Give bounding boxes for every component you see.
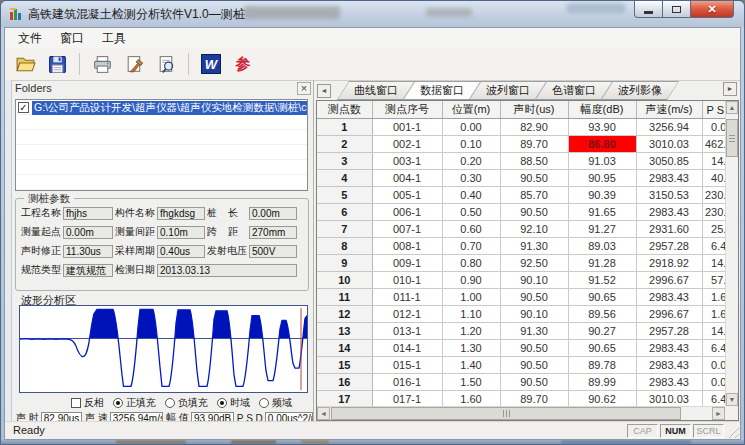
table-cell[interactable]: 009-1 (372, 255, 442, 272)
table-cell[interactable]: 90.50 (500, 289, 568, 306)
table-cell[interactable]: 0.10 (442, 136, 500, 153)
table-cell[interactable]: 92.10 (500, 221, 568, 238)
menu-item-1[interactable]: 窗口 (51, 28, 93, 49)
table-cell[interactable]: 0.60 (442, 221, 500, 238)
horizontal-scrollbar[interactable]: ◄ ► (317, 406, 725, 420)
table-cell[interactable]: 90.39 (568, 187, 636, 204)
table-header-cell-2[interactable]: 位置(m) (442, 101, 500, 119)
table-cell[interactable]: 1.10 (442, 306, 500, 323)
table-row[interactable]: 5005-10.4085.7090.393150.53230.4 (317, 187, 725, 204)
tab-1[interactable]: 数据窗口 (403, 81, 481, 100)
row-number-cell[interactable]: 12 (317, 306, 372, 323)
table-cell[interactable]: 89.78 (568, 357, 636, 374)
table-cell[interactable]: 3150.53 (636, 187, 702, 204)
table-cell[interactable]: 2983.43 (636, 204, 702, 221)
table-row[interactable]: 2002-10.1089.7086.803010.03462.4 (317, 136, 725, 153)
table-cell[interactable]: 14.4 (702, 323, 725, 340)
table-cell[interactable]: 2957.28 (636, 323, 702, 340)
radio-control-2[interactable]: 负填充 (165, 396, 208, 410)
table-row[interactable]: 3003-10.2088.5091.033050.8514.4 (317, 153, 725, 170)
table-cell[interactable]: 92.50 (500, 255, 568, 272)
row-number-cell[interactable]: 9 (317, 255, 372, 272)
table-cell[interactable]: 005-1 (372, 187, 442, 204)
table-row[interactable]: 1001-10.0082.9093.903256.940.00 (317, 119, 725, 136)
table-cell[interactable]: 89.03 (568, 238, 636, 255)
table-cell[interactable]: 010-1 (372, 272, 442, 289)
table-cell[interactable]: 91.30 (500, 323, 568, 340)
table-cell[interactable]: 011-1 (372, 289, 442, 306)
menu-item-2[interactable]: 工具 (93, 28, 135, 49)
tab-scroll-right-button[interactable]: ► (723, 82, 737, 96)
save-button[interactable] (43, 51, 71, 77)
table-cell[interactable]: 0.50 (442, 204, 500, 221)
tab-scroll-left-button[interactable]: ◄ (317, 84, 331, 98)
table-row[interactable]: 13013-11.2091.3090.272957.2814.4 (317, 323, 725, 340)
vertical-scrollbar[interactable]: ▲ ▼ (725, 101, 738, 406)
close-button[interactable]: ✕ (690, 1, 734, 18)
table-row[interactable]: 6006-10.5090.5091.652983.43230.4 (317, 204, 725, 221)
horizontal-scroll-thumb[interactable] (331, 407, 681, 420)
table-cell[interactable]: 3010.03 (636, 136, 702, 153)
resize-grip[interactable] (726, 425, 739, 438)
table-cell[interactable]: 6.40 (702, 391, 725, 407)
table-cell[interactable]: 90.50 (500, 340, 568, 357)
row-number-cell[interactable]: 14 (317, 340, 372, 357)
table-cell[interactable]: 90.50 (500, 204, 568, 221)
table-cell[interactable]: 2996.67 (636, 272, 702, 289)
table-cell[interactable]: 016-1 (372, 374, 442, 391)
table-row[interactable]: 10010-10.9090.1091.522996.6757.6 (317, 272, 725, 289)
export-word-button[interactable]: W (197, 51, 225, 77)
table-cell[interactable]: 230.4 (702, 204, 725, 221)
table-cell[interactable]: 90.50 (500, 374, 568, 391)
table-cell[interactable]: 1.60 (442, 391, 500, 407)
open-file-button[interactable] (11, 51, 39, 77)
radio-icon[interactable] (217, 398, 227, 408)
radio-control-4[interactable]: 频域 (259, 396, 292, 410)
table-cell[interactable]: 91.03 (568, 153, 636, 170)
table-cell[interactable]: 3256.94 (636, 119, 702, 136)
waveform-plot[interactable] (19, 305, 308, 393)
tab-4[interactable]: 波列影像 (601, 81, 679, 100)
table-cell[interactable]: 6.40 (702, 340, 725, 357)
table-cell[interactable]: 2918.92 (636, 255, 702, 272)
table-cell[interactable]: 013-1 (372, 323, 442, 340)
table-row[interactable]: 11011-11.0090.5090.652983.431.60 (317, 289, 725, 306)
table-cell[interactable]: 008-1 (372, 238, 442, 255)
table-cell[interactable]: 0.00 (442, 119, 500, 136)
scroll-down-button[interactable]: ▼ (726, 393, 738, 406)
table-cell[interactable]: 57.6 (702, 272, 725, 289)
table-cell[interactable]: 0.70 (442, 238, 500, 255)
row-number-cell[interactable]: 4 (317, 170, 372, 187)
table-row[interactable]: 7007-10.6092.1091.272931.6025.6 (317, 221, 725, 238)
minimize-button[interactable] (634, 1, 663, 18)
table-cell[interactable]: 82.90 (500, 119, 568, 136)
table-cell[interactable]: 90.27 (568, 323, 636, 340)
tab-2[interactable]: 波列窗口 (469, 81, 547, 100)
table-cell[interactable]: 90.10 (500, 272, 568, 289)
checkbox-icon[interactable] (71, 398, 81, 408)
table-cell[interactable]: 86.80 (568, 136, 636, 153)
table-cell[interactable]: 012-1 (372, 306, 442, 323)
row-number-cell[interactable]: 16 (317, 374, 372, 391)
table-cell[interactable]: 89.70 (500, 136, 568, 153)
table-cell[interactable]: 40.0 (702, 170, 725, 187)
table-cell[interactable]: 91.30 (500, 238, 568, 255)
radio-icon[interactable] (113, 398, 123, 408)
title-bar[interactable]: 高铁建筑混凝土检测分析软件V1.0—测桩 ✕ (1, 1, 744, 27)
print-button[interactable] (88, 51, 116, 77)
scroll-up-button[interactable]: ▲ (726, 101, 738, 114)
table-cell[interactable]: 0.40 (442, 187, 500, 204)
table-cell[interactable]: 006-1 (372, 204, 442, 221)
maximize-button[interactable] (663, 1, 690, 18)
table-cell[interactable]: 89.70 (500, 391, 568, 407)
print-preview-button[interactable] (152, 51, 180, 77)
table-cell[interactable]: 2996.67 (636, 306, 702, 323)
table-header-cell-3[interactable]: 声时(us) (500, 101, 568, 119)
table-cell[interactable]: 85.70 (500, 187, 568, 204)
row-number-cell[interactable]: 1 (317, 119, 372, 136)
tab-3[interactable]: 色谱窗口 (535, 81, 613, 100)
row-number-cell[interactable]: 6 (317, 204, 372, 221)
table-row[interactable]: 12012-11.1090.1089.562996.671.60 (317, 306, 725, 323)
table-cell[interactable]: 003-1 (372, 153, 442, 170)
table-header-cell-4[interactable]: 幅度(dB) (568, 101, 636, 119)
